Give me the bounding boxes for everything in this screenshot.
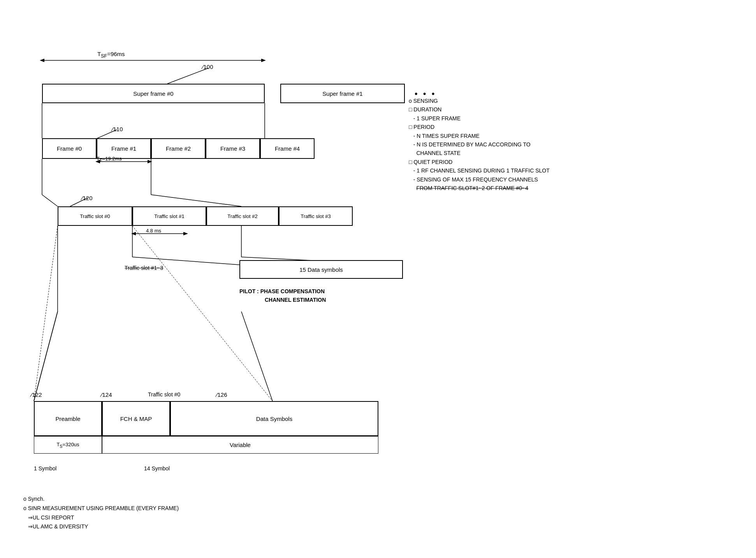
period-sub3: CHANNEL STATE (409, 149, 550, 157)
svg-line-24 (34, 226, 58, 401)
variable-label: Variable (230, 442, 251, 448)
traffic-slot0-label-above: Traffic slot #0 (148, 391, 180, 398)
duration-sub1: - 1 SUPER FRAME (409, 114, 550, 123)
tf-label: TF=19.2ms (97, 156, 122, 163)
pilot-label1: PILOT : PHASE COMPENSATION (239, 288, 325, 294)
symbol1-label: 1 Symbol (34, 465, 56, 472)
duration-note: □ DURATION (409, 105, 550, 114)
quiet-note: □ QUIET PERIOD (409, 158, 550, 166)
superframe0-box: Super frame #0 (42, 84, 265, 103)
traffic2-box: Traffic slot #2 (206, 206, 279, 226)
bottom-notes: o Synch. o SINR MEASUREMENT USING PREAMB… (23, 495, 179, 532)
diagram-container: TSF=96ms ⁄100 Super frame #0 Super frame… (0, 0, 756, 558)
ul-amc-note: ⇒UL AMC & DIVERSITY (23, 522, 179, 532)
frame0-label: Frame #0 (57, 145, 82, 152)
traffic-range-label: Traffic slot #1~3 (125, 265, 163, 271)
superframe1-label: Super frame #1 (322, 90, 362, 97)
quiet-sub2: - SENSING OF MAX 15 FREQUENCY CHANNELS (409, 175, 550, 184)
symbol14-label: 14 Symbol (144, 465, 170, 472)
period-sub2: - N IS DETERMINED BY MAC ACCORDING TO (409, 140, 550, 149)
ref-124: ⁄124 (101, 391, 112, 398)
tsf-label: TSF=96ms (97, 51, 125, 59)
period-sub1: - N TIMES SUPER FRAME (409, 132, 550, 140)
superframe0-label: Super frame #0 (133, 90, 173, 97)
traffic1-box: Traffic slot #1 (132, 206, 206, 226)
quiet-sub1: - 1 RF CHANNEL SENSING DURING 1 TRAFFIC … (409, 166, 550, 175)
traffic0-box: Traffic slot #0 (58, 206, 132, 226)
synch-note: o Synch. (23, 495, 179, 504)
svg-line-25 (132, 226, 273, 401)
frame3-box: Frame #3 (206, 138, 260, 159)
svg-line-23 (241, 312, 273, 401)
svg-line-10 (42, 195, 58, 206)
data-symbols-bottom-box: Data Symbols (170, 401, 378, 436)
sensing-note: o SENSING (409, 97, 550, 105)
traffic3-box: Traffic slot #3 (279, 206, 353, 226)
svg-line-22 (34, 312, 58, 401)
preamble-box: Preamble (34, 401, 102, 436)
preamble-label: Preamble (55, 415, 80, 422)
variable-box: Variable (102, 436, 378, 454)
traffic1-label: Traffic slot #1 (154, 213, 184, 219)
ref-110: ⁄110 (112, 126, 123, 132)
frame1-label: Frame #1 (111, 145, 136, 152)
frame4-label: Frame #4 (275, 145, 300, 152)
sinr-note: o SINR MEASUREMENT USING PREAMBLE (EVERY… (23, 504, 179, 513)
data-symbols-box: 15 Data symbols (239, 260, 403, 279)
frame4-box: Frame #4 (260, 138, 315, 159)
fch-label: FCH & MAP (120, 415, 152, 422)
superframe1-box: Super frame #1 (280, 84, 405, 103)
ul-csi-note: ⇒UL CSI REPORT (23, 513, 179, 523)
data-symbols-bottom-label: Data Symbols (256, 415, 292, 422)
traffic3-label: Traffic slot #3 (301, 213, 331, 219)
svg-line-1 (167, 68, 208, 84)
svg-line-16 (132, 257, 239, 265)
ts-box: TS=320us (34, 436, 102, 454)
svg-line-20 (34, 312, 58, 401)
frame2-label: Frame #2 (166, 145, 191, 152)
period-note: □ PERIOD (409, 123, 550, 131)
data-symbols-label: 15 Data symbols (299, 266, 343, 273)
pilot-label2: CHANNEL ESTIMATION (265, 297, 326, 303)
duration-label: 4.8 ms (146, 228, 161, 234)
ts-label: TS=320us (56, 442, 79, 449)
ref-120: ⁄120 (82, 195, 93, 201)
right-notes: o SENSING □ DURATION - 1 SUPER FRAME □ P… (409, 97, 550, 192)
svg-line-12 (151, 195, 241, 206)
frame0-box: Frame #0 (42, 138, 97, 159)
traffic2-label: Traffic slot #2 (227, 213, 257, 219)
frame3-label: Frame #3 (220, 145, 245, 152)
quiet-sub3: FROM TRAFFIC SLOT#1~2 OF FRAME #0~4 (409, 184, 550, 192)
fch-box: FCH & MAP (102, 401, 170, 436)
traffic0-label: Traffic slot #0 (80, 213, 110, 219)
ref-100: ⁄100 (202, 63, 213, 70)
ref-122: ⁄122 (31, 391, 42, 398)
frame2-box: Frame #2 (151, 138, 206, 159)
ref-126: ⁄126 (216, 391, 227, 398)
